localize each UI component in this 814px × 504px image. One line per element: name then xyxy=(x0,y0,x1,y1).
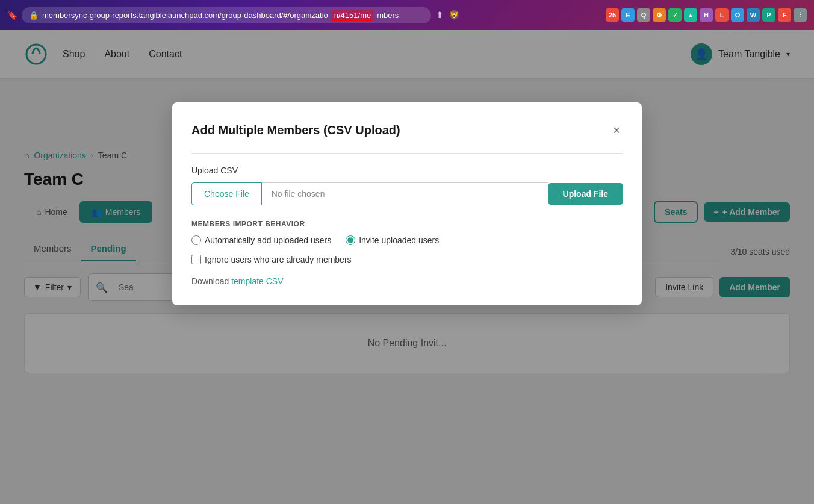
ext-orange: ⚙ xyxy=(653,8,666,22)
file-input-row: Choose File No file chosen Upload File xyxy=(191,182,623,205)
download-template-link[interactable]: template CSV xyxy=(231,276,283,286)
radio-auto-label: Automatically add uploaded users xyxy=(205,235,331,245)
ignore-existing-checkbox[interactable] xyxy=(191,255,201,264)
brave-icon: 🦁 xyxy=(449,10,460,20)
ext-red3: F xyxy=(778,8,791,22)
download-template-row: Download template CSV xyxy=(191,276,623,286)
url-highlight: n/4151/me xyxy=(332,10,373,21)
extension-icons: 25 E Q ⚙ ✓ ▲ H L O W P F ⋮ xyxy=(606,8,807,22)
browser-favicon: 🔖 xyxy=(7,10,17,20)
ext-q: Q xyxy=(637,8,650,22)
modal-divider xyxy=(191,153,623,154)
radio-invite-label: Invite uploaded users xyxy=(359,235,439,245)
share-icon[interactable]: ⬆ xyxy=(436,10,444,20)
ext-red2: L xyxy=(715,8,729,22)
ext-green: ✓ xyxy=(668,8,682,22)
ext-teal: ▲ xyxy=(684,8,697,22)
csv-upload-modal: Add Multiple Members (CSV Upload) × Uplo… xyxy=(172,102,642,305)
browser-chrome: 🔖 🔒 membersync-group-reports.tangiblelau… xyxy=(0,0,814,30)
ext-teal2: P xyxy=(762,8,775,22)
ext-purple: H xyxy=(700,8,713,22)
radio-auto-input[interactable] xyxy=(191,235,201,245)
ext-blue2: O xyxy=(731,8,744,22)
url-text-prefix: membersync-group-reports.tangiblelaunchp… xyxy=(42,11,328,20)
download-prefix: Download xyxy=(191,276,231,286)
modal-header: Add Multiple Members (CSV Upload) × xyxy=(191,122,623,138)
ext-gray: ⋮ xyxy=(794,8,807,22)
ext-blue3: W xyxy=(747,8,760,22)
ignore-existing-label: Ignore users who are already members xyxy=(205,255,352,264)
modal-overlay: Add Multiple Members (CSV Upload) × Uplo… xyxy=(0,30,814,504)
upload-file-button[interactable]: Upload File xyxy=(548,183,623,205)
file-name-display: No file chosen xyxy=(262,182,548,205)
radio-group: Automatically add uploaded users Invite … xyxy=(191,235,623,245)
ignore-existing-checkbox-row[interactable]: Ignore users who are already members xyxy=(191,255,623,264)
ext-25: 25 xyxy=(606,8,619,22)
radio-auto-add[interactable]: Automatically add uploaded users xyxy=(191,235,331,245)
import-behavior-label: MEMBERS IMPORT BEHAVIOR xyxy=(191,220,623,228)
ext-blue: E xyxy=(621,8,635,22)
modal-close-button[interactable]: × xyxy=(610,122,623,138)
upload-csv-label: Upload CSV xyxy=(191,166,623,175)
browser-url-bar[interactable]: 🔒 membersync-group-reports.tangiblelaunc… xyxy=(22,7,431,23)
radio-invite[interactable]: Invite uploaded users xyxy=(346,235,439,245)
url-lock-icon: 🔒 xyxy=(29,11,39,20)
modal-title: Add Multiple Members (CSV Upload) xyxy=(191,123,400,137)
choose-file-button[interactable]: Choose File xyxy=(191,182,262,205)
radio-invite-input[interactable] xyxy=(346,235,355,245)
url-text-suffix: mbers xyxy=(377,11,399,20)
